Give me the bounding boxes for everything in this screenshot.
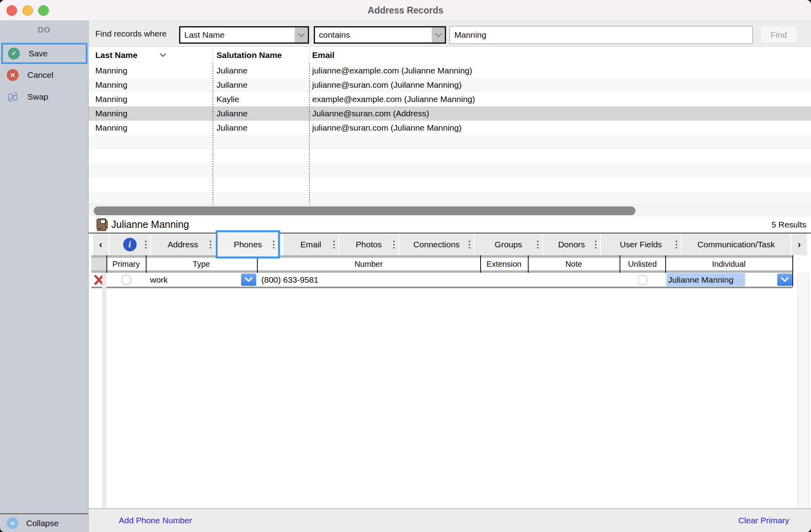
field-select[interactable]: Last Name	[179, 26, 309, 44]
unlisted-checkbox[interactable]	[638, 275, 647, 285]
table-row[interactable]: Manning Julianne julianne@example.com (J…	[89, 64, 811, 78]
check-circle-icon: ✓	[8, 48, 20, 60]
tab-menu-dots-icon[interactable]	[537, 241, 539, 249]
type-select-chevron-icon[interactable]	[241, 274, 256, 286]
note-field[interactable]	[529, 273, 619, 287]
tab-info[interactable]: i	[109, 233, 150, 255]
address-records-window: Address Records DO ✓ Save ✕ Cancel	[0, 0, 811, 532]
phone-type-value: work	[150, 275, 168, 285]
column-header-salutation-name[interactable]: Salutation Name	[216, 47, 282, 64]
phone-col-unlisted: Unlisted	[620, 258, 664, 270]
cell-last-name: Manning	[95, 121, 127, 135]
cell-last-name: Manning	[95, 106, 127, 121]
add-phone-number-link[interactable]: Add Phone Number	[119, 509, 192, 532]
tab-menu-dots-icon[interactable]	[676, 241, 677, 249]
cell-last-name: Manning	[95, 64, 127, 78]
swap-icon	[7, 91, 19, 103]
cell-email: julianne@suran.com (Julianne Manning)	[312, 121, 461, 135]
tab-label: User Fields	[620, 240, 662, 249]
chevron-down-icon[interactable]	[295, 27, 308, 42]
phone-number-field[interactable]: (800) 633-9581	[261, 273, 319, 287]
cell-email: julianne@suran.com (Juilanne Manning)	[312, 78, 461, 92]
cell-email: Julianne@suran.com (Address)	[312, 106, 429, 121]
x-circle-icon: ✕	[7, 69, 19, 81]
tab-menu-dots-icon[interactable]	[469, 241, 470, 249]
tab-communication-task[interactable]: Communication/Task	[682, 233, 791, 255]
find-bar: Find records where Last Name contains Fi…	[89, 21, 811, 47]
tab-menu-dots-icon[interactable]	[210, 241, 211, 249]
individual-select-chevron-icon[interactable]	[777, 274, 792, 286]
save-button-label: Save	[29, 49, 48, 58]
table-row-selected[interactable]: Manning Julianne Julianne@suran.com (Add…	[89, 106, 811, 121]
scrollbar-thumb[interactable]	[94, 206, 635, 215]
tab-label: Connections	[413, 240, 460, 249]
search-input[interactable]	[449, 26, 753, 44]
tab-menu-dots-icon[interactable]	[273, 241, 274, 249]
operator-select-value: contains	[315, 30, 432, 40]
collapse-button[interactable]: « Collapse	[0, 513, 88, 532]
horizontal-scrollbar[interactable]	[89, 204, 811, 216]
tab-connections[interactable]: Connections	[399, 233, 474, 255]
vertical-scrollbar[interactable]	[797, 273, 809, 508]
column-header-last-name[interactable]: Last Name	[95, 47, 166, 64]
tab-menu-dots-icon[interactable]	[393, 241, 395, 249]
tab-user-fields[interactable]: User Fields	[601, 233, 681, 255]
primary-cell	[107, 273, 145, 287]
window-title: Address Records	[0, 0, 811, 21]
extension-field[interactable]	[481, 273, 527, 287]
empty-row	[89, 164, 811, 178]
clear-primary-link[interactable]: Clear Primary	[738, 509, 789, 532]
individual-value: Julianne Manning	[668, 275, 734, 285]
tab-photos[interactable]: Photos	[339, 233, 398, 255]
left-scroll-lane[interactable]	[102, 273, 106, 508]
tab-phones-active[interactable]: Phones	[218, 232, 278, 256]
tabs-scroll-right[interactable]: ›	[792, 233, 807, 255]
cell-email: julianne@example.com (Julianne Manning)	[312, 64, 472, 78]
record-tab-bar: ‹ i Address Phones Email Photos	[89, 233, 811, 255]
cell-last-name: Manning	[95, 78, 127, 92]
tab-label: Groups	[495, 240, 522, 249]
phone-number-value: (800) 633-9581	[261, 275, 319, 285]
do-sidebar: DO ✓ Save ✕ Cancel Swap «	[0, 21, 89, 532]
cell-salutation: Juilanne	[216, 78, 247, 92]
header-divider	[212, 49, 213, 61]
address-book-icon	[95, 218, 109, 233]
column-header-email[interactable]: Email	[312, 47, 334, 64]
record-name: Julianne Manning	[111, 216, 189, 233]
empty-row	[89, 192, 811, 204]
swap-button[interactable]: Swap	[0, 88, 88, 106]
chevron-down-icon[interactable]	[432, 27, 445, 42]
find-button[interactable]: Find	[760, 26, 797, 44]
phone-col-primary: Primary	[107, 258, 145, 270]
tab-label: Address	[168, 240, 198, 249]
delete-column-header	[91, 258, 106, 270]
main-content: Find records where Last Name contains Fi…	[89, 21, 811, 532]
collapse-button-label: Collapse	[26, 519, 59, 528]
results-header: Last Name Salutation Name Email	[89, 47, 811, 64]
cell-salutation: Kaylie	[216, 92, 239, 106]
table-row[interactable]: Manning Juilanne julianne@suran.com (Jui…	[89, 78, 811, 92]
phone-type-select[interactable]: work	[150, 273, 168, 287]
info-icon: i	[123, 238, 137, 251]
tab-address[interactable]: Address	[151, 233, 215, 255]
column-line	[792, 255, 793, 287]
results-table: Manning Julianne julianne@example.com (J…	[89, 64, 811, 204]
tab-menu-dots-icon[interactable]	[145, 241, 147, 249]
tab-donors[interactable]: Donors	[543, 233, 600, 255]
table-row[interactable]: Manning Julianne julianne@suran.com (Jul…	[89, 121, 811, 135]
tab-groups[interactable]: Groups	[475, 233, 542, 255]
tabs-scroll-left[interactable]: ‹	[93, 233, 108, 255]
cancel-button[interactable]: ✕ Cancel	[0, 67, 88, 83]
empty-row	[89, 178, 811, 192]
footer-bar: Add Phone Number Clear Primary	[89, 508, 811, 532]
tab-email[interactable]: Email	[283, 233, 338, 255]
tab-menu-dots-icon[interactable]	[333, 241, 335, 249]
field-select-value: Last Name	[180, 30, 295, 40]
title-bar: Address Records	[0, 0, 811, 21]
operator-select[interactable]: contains	[314, 26, 446, 44]
save-button[interactable]: ✓ Save	[1, 43, 87, 64]
table-row[interactable]: Manning Kaylie example@example.com (Juli…	[89, 92, 811, 106]
individual-select[interactable]: Julianne Manning	[666, 273, 745, 286]
primary-radio[interactable]	[121, 275, 131, 285]
tab-menu-dots-icon[interactable]	[595, 241, 597, 249]
